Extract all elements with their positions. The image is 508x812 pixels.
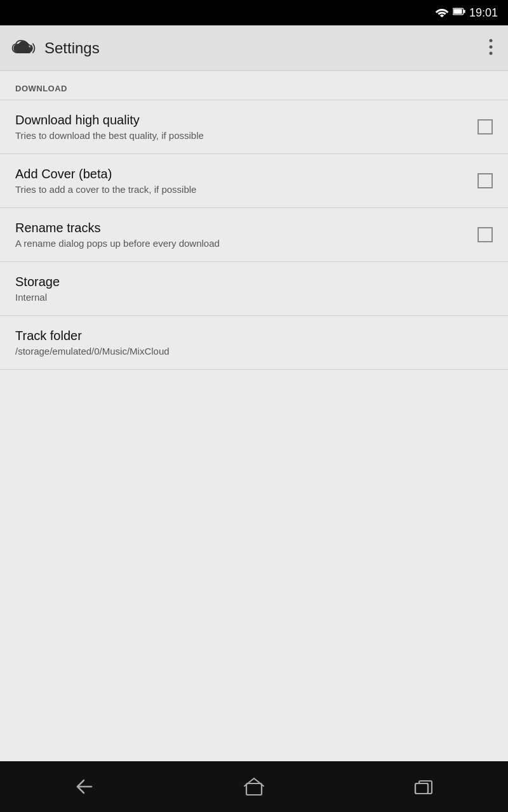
setting-subtitle-download-high-quality: Tries to download the best quality, if p… xyxy=(15,130,467,141)
svg-rect-8 xyxy=(246,783,262,795)
battery-icon xyxy=(453,7,465,18)
setting-subtitle-rename-tracks: A rename dialog pops up before every dow… xyxy=(15,238,467,249)
app-logo-icon xyxy=(10,35,37,62)
app-bar: Settings xyxy=(0,25,508,71)
section-download: DOWNLOAD Download high quality Tries to … xyxy=(0,71,508,370)
setting-title-add-cover: Add Cover (beta) xyxy=(15,167,467,181)
overflow-menu-button[interactable] xyxy=(484,34,498,63)
setting-item-storage[interactable]: Storage Internal xyxy=(0,262,508,316)
status-time: 19:01 xyxy=(469,6,498,20)
svg-point-4 xyxy=(490,39,493,42)
setting-item-add-cover[interactable]: Add Cover (beta) Tries to add a cover to… xyxy=(0,154,508,208)
bottom-nav xyxy=(0,761,508,812)
section-header-download: DOWNLOAD xyxy=(0,71,508,100)
wifi-icon xyxy=(435,6,449,20)
recent-apps-button[interactable] xyxy=(405,769,442,804)
checkbox-download-high-quality[interactable] xyxy=(478,119,493,134)
checkbox-rename-tracks[interactable] xyxy=(478,227,493,242)
setting-subtitle-add-cover: Tries to add a cover to the track, if po… xyxy=(15,184,467,195)
svg-point-5 xyxy=(490,45,493,48)
setting-text-storage: Storage Internal xyxy=(15,275,493,303)
setting-text-add-cover: Add Cover (beta) Tries to add a cover to… xyxy=(15,167,467,195)
setting-title-download-high-quality: Download high quality xyxy=(15,113,467,128)
back-button[interactable] xyxy=(66,770,103,803)
status-bar: 19:01 xyxy=(0,0,508,25)
app-title: Settings xyxy=(44,39,100,57)
app-bar-left: Settings xyxy=(10,35,100,62)
setting-title-rename-tracks: Rename tracks xyxy=(15,221,467,235)
svg-point-6 xyxy=(490,51,493,55)
setting-text-download-high-quality: Download high quality Tries to download … xyxy=(15,113,467,141)
setting-item-download-high-quality[interactable]: Download high quality Tries to download … xyxy=(0,100,508,154)
setting-subtitle-storage: Internal xyxy=(15,292,493,303)
home-button[interactable] xyxy=(236,769,272,804)
setting-item-track-folder[interactable]: Track folder /storage/emulated/0/Music/M… xyxy=(0,316,508,370)
svg-rect-10 xyxy=(415,783,428,794)
setting-text-rename-tracks: Rename tracks A rename dialog pops up be… xyxy=(15,221,467,249)
setting-text-track-folder: Track folder /storage/emulated/0/Music/M… xyxy=(15,329,493,357)
checkbox-add-cover[interactable] xyxy=(478,173,493,188)
setting-subtitle-track-folder: /storage/emulated/0/Music/MixCloud xyxy=(15,346,493,357)
svg-rect-2 xyxy=(453,9,462,14)
setting-item-rename-tracks[interactable]: Rename tracks A rename dialog pops up be… xyxy=(0,208,508,262)
setting-title-storage: Storage xyxy=(15,275,493,289)
svg-rect-1 xyxy=(464,10,465,13)
settings-content: DOWNLOAD Download high quality Tries to … xyxy=(0,71,508,761)
status-icons: 19:01 xyxy=(435,6,498,20)
setting-title-track-folder: Track folder xyxy=(15,329,493,343)
